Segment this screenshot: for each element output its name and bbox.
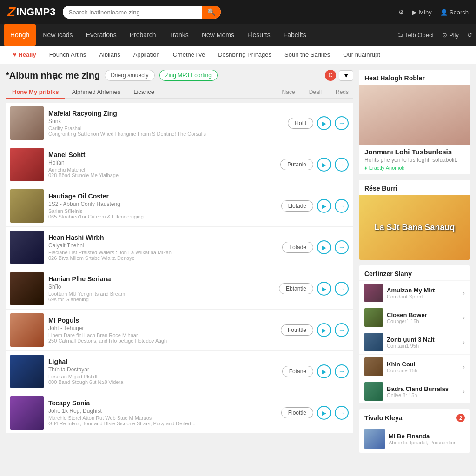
nav-refresh[interactable]: ↺ — [467, 32, 472, 39]
related-item[interactable]: Badra Cland Burralas Onlive 8r 15h › — [359, 379, 470, 403]
header: ZINGMP3 🔍 ⚙ ▶ Mihy 👤 Search — [0, 0, 476, 24]
logo-z: Z — [7, 5, 15, 20]
album-thumb — [10, 106, 44, 140]
subnav-soun[interactable]: Soun the Sarilles — [279, 46, 336, 64]
subnav-crnethe[interactable]: Crnethe live — [167, 46, 211, 64]
arrow-button[interactable]: → — [335, 364, 349, 378]
sidebar-trending-section: Tivalo Kleya 2 MI Be Finanda Aboonlc, Ip… — [359, 409, 470, 453]
subnav-alblians[interactable]: Alblians — [93, 46, 126, 64]
sort-icon-btn[interactable]: C — [325, 70, 336, 81]
nav-item-tranks[interactable]: Tranks — [163, 24, 195, 46]
nav-telb[interactable]: 🗂 Telb Opect — [397, 32, 434, 39]
user-menu[interactable]: ▶ Mihy — [412, 9, 431, 16]
related-info: Closen Bower Counger1 15h — [387, 311, 459, 324]
nav-item-fabelits[interactable]: Fabelits — [277, 24, 313, 46]
album-action-btn[interactable]: Ebtantle — [279, 283, 313, 294]
play-button[interactable]: ▶ — [317, 240, 331, 254]
album-actions: Lotade ▶ → — [282, 240, 349, 254]
album-row: Hautiage Oil Coster 1S2 - Abbun Conly Ha… — [6, 185, 353, 227]
search-input[interactable] — [63, 6, 202, 19]
related-item[interactable]: Khin Coul Contoïne 15h › — [359, 354, 470, 379]
related-info: Zontı ụunt 3 Nait Conttaın1 95h — [387, 336, 459, 349]
album-info: Hanian Plhe Seriana Shïlo Loottarn MÜ Ye… — [48, 275, 274, 302]
related-sub: Counger1 15h — [387, 318, 459, 324]
arrow-button[interactable]: → — [335, 323, 349, 337]
album-list: Mafelal Racyoing Zing Sünk Carlity Erash… — [6, 103, 353, 433]
main-layout: *Album nhạc me zing Drierg amuedly Zing … — [0, 64, 476, 458]
nav-item-new-moms[interactable]: New Moms — [195, 24, 241, 46]
dropdown-btn[interactable]: ▼ — [339, 70, 353, 81]
album-artist: Johe 1k Rog, Dughist — [48, 408, 277, 414]
sidebar-band-image: La SJt Bana Sanauq — [359, 195, 470, 260]
tab-hone[interactable]: Hone My priblks — [6, 86, 65, 99]
nav-item-probarch[interactable]: Probarch — [123, 24, 163, 46]
verified-label: Eractly Anomok — [369, 165, 404, 171]
tab-alphmed[interactable]: Alphmed Ahlemes — [65, 86, 127, 99]
play-button[interactable]: ▶ — [317, 406, 331, 420]
play-button[interactable]: ▶ — [317, 158, 331, 172]
album-action-btn[interactable]: Floottle — [281, 407, 313, 418]
related-item[interactable]: Zontı ụunt 3 Nait Conttaın1 95h › — [359, 330, 470, 354]
related-sub: Onlive 8r 15h — [387, 392, 459, 398]
subnav-deshbring[interactable]: Deshbring Prïnages — [212, 46, 277, 64]
album-info: Hautiage Oil Coster 1S2 - Abbun Conly Ha… — [48, 192, 277, 219]
subnav-appliation[interactable]: Appliation — [128, 46, 165, 64]
album-title: Mafelal Racyoing Zing — [48, 110, 283, 117]
album-info: MI Poguls Joht - Tehuger Libem Dare fini… — [48, 317, 276, 344]
search-link[interactable]: 👤 Search — [440, 9, 469, 16]
play-button[interactable]: ▶ — [317, 199, 331, 213]
search-button[interactable]: 🔍 — [202, 6, 221, 19]
play-button[interactable]: ▶ — [317, 282, 331, 296]
related-item[interactable]: Closen Bower Counger1 15h › — [359, 305, 470, 330]
arrow-button[interactable]: → — [335, 240, 349, 254]
related-list: Amulzan My Mirt Comdant Spred › Closen B… — [359, 280, 470, 403]
related-item[interactable]: Amulzan My Mirt Comdant Spred › — [359, 280, 470, 305]
sort-btn-2[interactable]: Zing MP3 Eoorting — [159, 70, 218, 81]
arrow-button[interactable]: → — [335, 158, 349, 172]
logo[interactable]: ZINGMP3 — [7, 5, 55, 20]
nav-item-hongh[interactable]: Hongh — [4, 24, 36, 46]
album-title: Lighal — [48, 358, 278, 365]
arrow-button[interactable]: → — [335, 406, 349, 420]
album-actions: Ebtantle ▶ → — [279, 282, 349, 296]
album-action-btn[interactable]: Hofit — [288, 118, 313, 129]
album-action-btn[interactable]: Lotade — [282, 242, 313, 253]
album-thumb — [10, 148, 44, 181]
play-button[interactable]: ▶ — [317, 116, 331, 130]
content-area: *Album nhạc me zing Drierg amuedly Zing … — [6, 70, 353, 458]
nav-item-new-icads[interactable]: New Icads — [36, 24, 79, 46]
sidebar-last-item[interactable]: MI Be Finanda Aboonlc, Ipräidel, Proscen… — [359, 425, 470, 453]
subnav-heally[interactable]: ♥ Heally — [7, 46, 42, 64]
nav-plly[interactable]: ⊙ Plly — [442, 32, 459, 39]
album-action-btn[interactable]: Fotane — [282, 366, 313, 377]
sort-btn-1[interactable]: Drierg amuedly — [105, 70, 154, 81]
subnav-founch[interactable]: Founch Artins — [44, 46, 92, 64]
album-desc2: 065 Stoabreä1or Cufeem & Etlenderriging.… — [48, 214, 225, 219]
album-row: MI Poguls Joht - Tehuger Libem Dare fini… — [6, 310, 353, 351]
nav-item-everations[interactable]: Everations — [79, 24, 123, 46]
col-reds: Reds — [336, 89, 349, 95]
album-action-btn[interactable]: Putanle — [280, 159, 313, 170]
album-actions: Floottle ▶ → — [281, 406, 349, 420]
nav-item-flesurts[interactable]: Flesurts — [241, 24, 277, 46]
play-button[interactable]: ▶ — [317, 323, 331, 337]
album-artist: Holïan — [48, 159, 276, 166]
album-actions: Fotnttle ▶ → — [281, 323, 349, 337]
related-title: Khin Coul — [387, 361, 459, 368]
album-desc2: G84 Re Inlarz, Tour and Blste Sicoone St… — [48, 421, 225, 426]
related-title: Badra Cland Burralas — [387, 385, 459, 392]
sidebar-trending-header: Tivalo Kleya 2 — [359, 409, 470, 425]
title-right: C ▼ — [325, 70, 353, 81]
tab-licance[interactable]: Licance — [127, 86, 161, 99]
sidebar-person-name: Jonmanı Lohi Tusbunlesis — [359, 145, 470, 157]
related-title: Zontı ụunt 3 Nait — [387, 336, 459, 343]
settings-icon[interactable]: ⚙ — [398, 9, 404, 16]
arrow-button[interactable]: → — [335, 116, 349, 130]
sidebar-hot-title: Heat Halogh Robler — [359, 70, 470, 85]
arrow-button[interactable]: → — [335, 282, 349, 296]
subnav-our[interactable]: Our nualhrupt — [337, 46, 386, 64]
arrow-button[interactable]: → — [335, 199, 349, 213]
album-action-btn[interactable]: Fotnttle — [281, 324, 313, 336]
play-button[interactable]: ▶ — [317, 364, 331, 378]
album-action-btn[interactable]: Llotade — [281, 200, 313, 212]
